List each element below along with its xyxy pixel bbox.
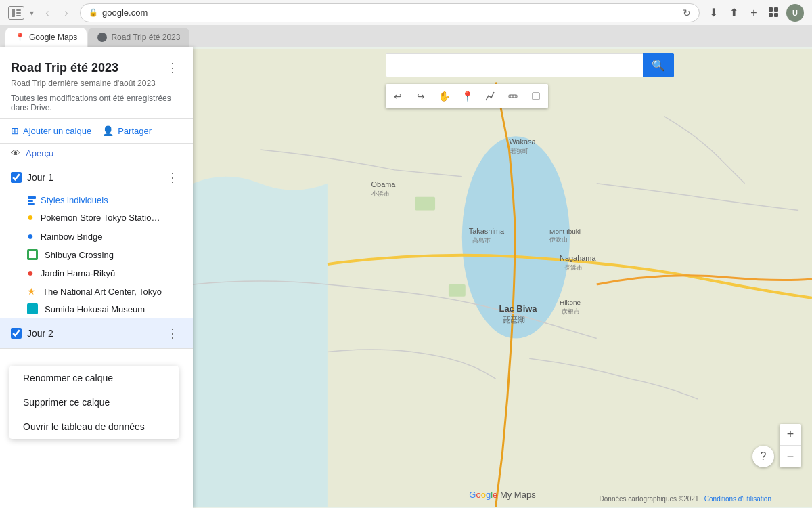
logo-o2: o: [481, 490, 486, 500]
search-input[interactable]: [386, 53, 643, 77]
zoom-in-button[interactable]: +: [780, 424, 801, 446]
google-my-maps-logo: Google My Maps: [469, 490, 535, 500]
measure-button[interactable]: [502, 85, 524, 107]
place-marker-pokemon: ●: [27, 211, 34, 224]
reload-button[interactable]: ↻: [683, 7, 691, 18]
sidebar-save-message: Toutes les modifications ont été enregis…: [11, 93, 182, 112]
tab-road-trip[interactable]: Road Trip été 2023: [88, 28, 189, 47]
place-marker-national-art: ★: [27, 286, 36, 297]
sidebar-actions: ⊞ Ajouter un calque 👤 Partager: [0, 119, 193, 144]
road-trip-favicon: [97, 33, 107, 42]
share-button[interactable]: 👤 Partager: [102, 125, 152, 136]
preview-item[interactable]: 👁 Aperçu: [0, 144, 193, 163]
svg-text:Wakasa: Wakasa: [509, 137, 536, 146]
sidebar-subtitle: Road Trip dernière semaine d'août 2023: [11, 79, 182, 88]
help-button[interactable]: ?: [752, 446, 774, 467]
map-pin: [591, 211, 615, 236]
place-name-hama-rikyu: Jardin Hama-Rikyū: [41, 268, 182, 278]
add-marker-button[interactable]: 📍: [456, 85, 478, 107]
place-marker-shibuya: [27, 249, 38, 260]
context-menu-delete[interactable]: Supprimer ce calque: [9, 390, 179, 415]
place-item-national-art[interactable]: ★ The National Art Center, Tokyo: [0, 282, 193, 300]
preview-label: Aperçu: [26, 148, 53, 158]
terms-link[interactable]: Conditions d'utilisation: [704, 495, 771, 503]
place-item-rainbow-bridge[interactable]: ● Rainbow Bridge: [0, 227, 193, 246]
svg-rect-16: [533, 93, 539, 100]
grid-button[interactable]: [766, 5, 782, 21]
day1-title: Jour 1: [27, 172, 163, 183]
download-button[interactable]: ⬇: [705, 5, 721, 21]
nav-arrows: ‹ ›: [39, 5, 74, 21]
address-bar[interactable]: 🔒 google.com ↻: [80, 3, 700, 22]
new-tab-button[interactable]: +: [746, 5, 762, 21]
map-area[interactable]: 🔍 ↩ ↪ ✋ 📍: [193, 47, 812, 508]
pan-button[interactable]: ✋: [433, 85, 455, 107]
sidebar-toggle-button[interactable]: [8, 6, 24, 20]
styles-link[interactable]: Styles individuels: [0, 192, 193, 208]
map-display[interactable]: Obama 小浜市 Wakasa 若狭町 Takashima 高島市 Lac B…: [193, 47, 812, 508]
svg-text:Obama: Obama: [371, 180, 397, 188]
tab-google-maps[interactable]: 📍 Google Maps: [5, 28, 87, 47]
topbar-actions: ⬇ ⬆ + U: [705, 4, 804, 22]
directions-button[interactable]: [525, 85, 547, 107]
svg-rect-6: [769, 13, 773, 17]
tab-road-trip-label: Road Trip été 2023: [111, 33, 180, 42]
svg-rect-4: [769, 7, 773, 12]
day1-more-button[interactable]: ⋮: [163, 168, 182, 187]
add-layer-icon: ⊞: [11, 125, 19, 136]
logo-e: e: [493, 490, 497, 500]
search-icon: 🔍: [652, 59, 665, 72]
svg-rect-11: [29, 251, 36, 258]
day2-checkbox[interactable]: [11, 328, 22, 339]
redo-button[interactable]: ↪: [410, 85, 432, 107]
place-item-shibuya[interactable]: Shibuya Crossing: [0, 246, 193, 263]
eye-icon: 👁: [11, 148, 20, 158]
share-button[interactable]: ⬆: [725, 5, 742, 21]
svg-text:Lac Biwa: Lac Biwa: [499, 303, 538, 314]
svg-text:Nagahama: Nagahama: [560, 254, 596, 262]
address-text: google.com: [102, 7, 679, 18]
main-layout: Road Trip été 2023 ⋮ Road Trip dernière …: [0, 47, 812, 508]
svg-rect-20: [449, 284, 466, 297]
day1-checkbox[interactable]: [11, 172, 22, 183]
place-item-sumida[interactable]: Sumida Hokusai Museum: [0, 300, 193, 318]
place-name-rainbow-bridge: Rainbow Bridge: [41, 232, 182, 242]
zoom-out-button[interactable]: −: [780, 446, 801, 467]
add-layer-label: Ajouter un calque: [23, 126, 91, 136]
sidebar-more-button[interactable]: ⋮: [163, 58, 182, 77]
place-item-pokemon[interactable]: ● Pokémon Store Tokyo Statio…: [0, 208, 193, 227]
place-name-shibuya: Shibuya Crossing: [45, 250, 182, 260]
copyright-text: Données cartographiques ©2021 Conditions…: [600, 495, 771, 503]
forward-button[interactable]: ›: [58, 5, 74, 21]
logo-g: G: [469, 490, 476, 500]
back-button[interactable]: ‹: [39, 5, 55, 21]
svg-rect-9: [28, 200, 33, 202]
svg-rect-5: [774, 7, 778, 12]
place-name-pokemon: Pokémon Store Tokyo Statio…: [41, 213, 182, 223]
measure-icon: [508, 91, 518, 101]
svg-rect-8: [28, 196, 36, 199]
browser-chrome: ▾ ‹ › 🔒 google.com ↻ ⬇ ⬆ + U: [0, 0, 812, 47]
search-button[interactable]: 🔍: [643, 53, 674, 77]
day1-header[interactable]: Jour 1 ⋮: [0, 163, 193, 192]
day1-section: Jour 1 ⋮ Styles individuels ● Pokémon St…: [0, 163, 193, 318]
context-menu-open-table[interactable]: Ouvrir le tableau de données: [9, 415, 179, 439]
svg-rect-0: [12, 9, 15, 17]
day2-header[interactable]: Jour 2 ⋮: [0, 318, 193, 348]
undo-button[interactable]: ↩: [387, 85, 409, 107]
context-menu-rename[interactable]: Renommer ce calque: [9, 366, 179, 390]
place-name-sumida: Sumida Hokusai Museum: [45, 304, 182, 314]
line-icon: [485, 91, 495, 101]
avatar[interactable]: U: [786, 4, 804, 22]
add-layer-button[interactable]: ⊞ Ajouter un calque: [11, 125, 91, 136]
google-maps-favicon: 📍: [15, 33, 25, 42]
svg-text:Takashima: Takashima: [469, 227, 505, 235]
svg-text:高島市: 高島市: [472, 237, 491, 244]
add-line-button[interactable]: [479, 85, 501, 107]
svg-text:若狭町: 若狭町: [510, 148, 528, 154]
styles-icon: [27, 196, 37, 205]
search-row: 🔍: [386, 53, 674, 77]
day2-more-button[interactable]: ⋮: [163, 324, 182, 343]
place-item-hama-rikyu[interactable]: ● Jardin Hama-Rikyū: [0, 263, 193, 282]
chevron-down-icon[interactable]: ▾: [30, 8, 34, 18]
